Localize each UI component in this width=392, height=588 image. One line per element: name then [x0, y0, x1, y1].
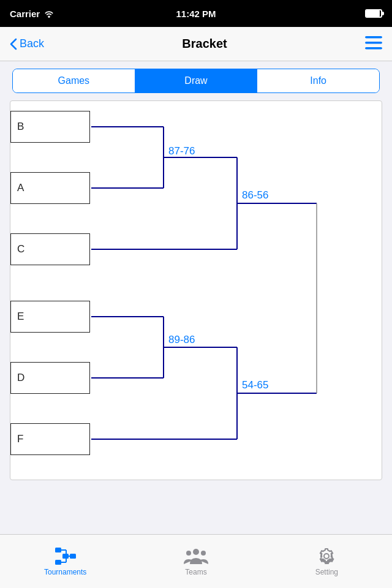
nav-bar: Back Bracket [0, 27, 392, 61]
back-button[interactable]: Back [10, 37, 44, 50]
tab-bar: Tournaments Teams Setting [0, 534, 392, 588]
svg-rect-18 [55, 548, 61, 552]
setting-icon [317, 547, 336, 565]
wifi-icon [43, 9, 55, 18]
tab-setting-label: Setting [315, 568, 338, 576]
svg-rect-21 [70, 554, 76, 559]
tab-teams-label: Teams [185, 568, 206, 576]
score-89-86: 89-86 [168, 334, 195, 346]
team-box-f: F [10, 423, 90, 455]
team-box-e: E [10, 301, 90, 333]
segment-control: Games Draw Info [12, 69, 380, 93]
carrier-label: Carrier [10, 9, 40, 19]
segment-container: Games Draw Info [0, 61, 392, 100]
team-box-d: D [10, 362, 90, 394]
svg-rect-2 [365, 47, 382, 50]
svg-point-26 [193, 549, 199, 555]
svg-rect-0 [365, 36, 382, 39]
bracket-container: B A C E D F 87-76 86-56 89-86 54-65 [10, 100, 382, 480]
score-87-76: 87-76 [168, 145, 195, 157]
score-54-65: 54-65 [242, 379, 268, 391]
tab-draw[interactable]: Draw [135, 69, 258, 92]
teams-icon [184, 547, 208, 565]
svg-rect-1 [365, 42, 382, 44]
svg-rect-19 [55, 560, 61, 565]
battery-icon [365, 9, 382, 18]
menu-button[interactable] [365, 36, 382, 52]
tab-info[interactable]: Info [257, 69, 379, 92]
tab-games[interactable]: Games [13, 69, 135, 92]
svg-point-28 [201, 551, 206, 556]
tournaments-icon [55, 547, 77, 565]
tab-tournaments-label: Tournaments [44, 568, 86, 576]
svg-point-27 [186, 551, 191, 556]
tab-tournaments[interactable]: Tournaments [0, 547, 130, 576]
team-box-c: C [10, 233, 90, 265]
tab-teams[interactable]: Teams [130, 547, 261, 576]
team-box-a: A [10, 172, 90, 204]
back-label: Back [20, 37, 44, 50]
page-title: Bracket [182, 37, 227, 51]
score-86-56: 86-56 [242, 189, 268, 202]
status-bar: Carrier 11:42 PM [0, 0, 392, 27]
tab-setting[interactable]: Setting [262, 547, 392, 576]
status-time: 11:42 PM [176, 9, 216, 19]
team-box-b: B [10, 111, 90, 143]
